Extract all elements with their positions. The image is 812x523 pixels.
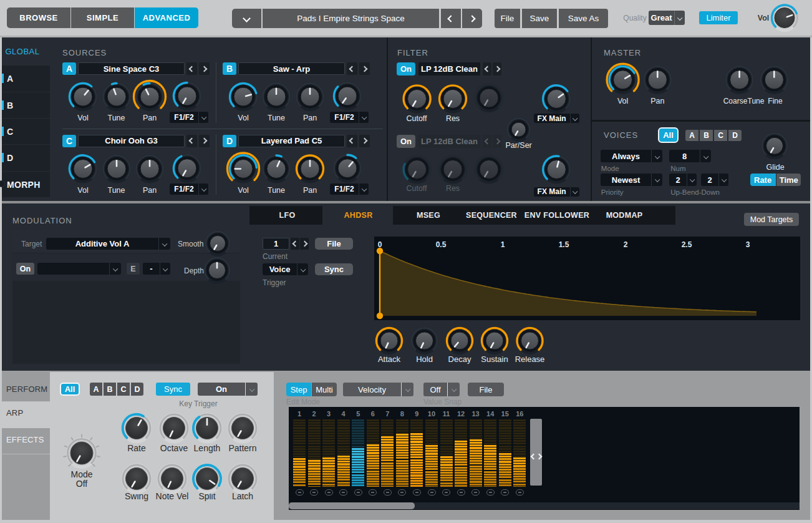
- svg-text:2.5: 2.5: [682, 240, 692, 249]
- svg-text:3: 3: [746, 240, 750, 249]
- svg-text:1.5: 1.5: [559, 240, 569, 249]
- svg-text:1: 1: [501, 240, 505, 249]
- svg-text:2: 2: [624, 240, 628, 249]
- svg-text:0: 0: [378, 240, 382, 249]
- svg-text:0.5: 0.5: [436, 240, 447, 249]
